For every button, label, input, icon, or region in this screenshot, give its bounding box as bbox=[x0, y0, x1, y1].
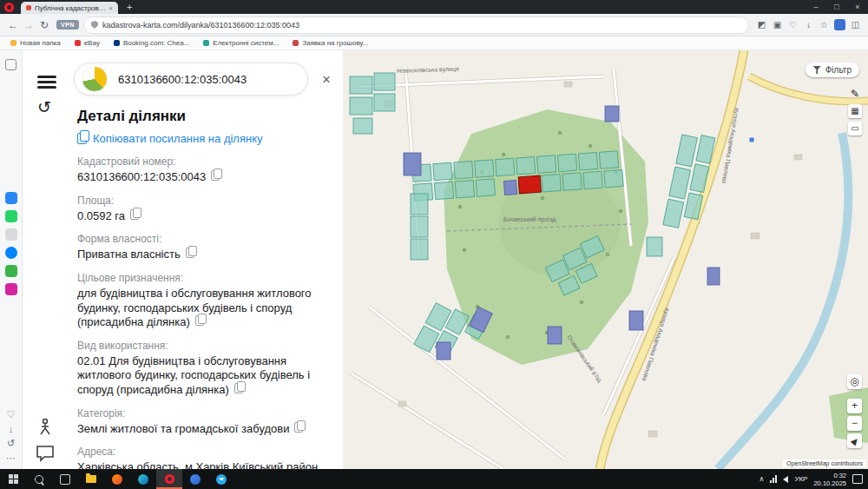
back-button[interactable]: ← bbox=[5, 19, 21, 31]
minimize-button[interactable]: – bbox=[806, 0, 826, 14]
opera-taskbar-button[interactable] bbox=[156, 469, 182, 489]
volume-icon[interactable] bbox=[783, 476, 788, 483]
search-icon bbox=[35, 475, 43, 484]
action-center-icon[interactable] bbox=[852, 474, 863, 484]
date-text: 20.10.2025 bbox=[813, 479, 846, 487]
cadastral-map[interactable]: Новоселівська вулиця Бочанський проїзд в… bbox=[343, 50, 868, 469]
school-marker-icon[interactable] bbox=[749, 137, 754, 142]
esystems-favicon bbox=[203, 40, 209, 46]
bookmark-label: Booking.com: Chea... bbox=[123, 39, 189, 47]
field-label: Вид використання: bbox=[77, 340, 329, 352]
copy-icon[interactable] bbox=[294, 422, 303, 433]
search-input[interactable] bbox=[116, 72, 300, 87]
tab-close-icon[interactable]: × bbox=[108, 4, 113, 12]
booking-favicon bbox=[114, 40, 120, 46]
zoom-in-button[interactable]: + bbox=[847, 399, 862, 413]
copy-icon[interactable] bbox=[130, 209, 139, 220]
chrome-button[interactable] bbox=[182, 469, 208, 489]
facebook-messenger-icon[interactable] bbox=[5, 247, 17, 259]
address-bar: ← → ↻ VPN kadastrova-karta.com/dilyanka/… bbox=[0, 14, 868, 36]
page-title: Деталі ділянки bbox=[77, 108, 329, 125]
network-icon[interactable] bbox=[770, 475, 777, 483]
downloads-icon[interactable]: ↓ bbox=[9, 424, 14, 434]
zoom-out-button[interactable]: − bbox=[847, 416, 862, 431]
compass-arrow-icon: ▶ bbox=[847, 434, 862, 448]
close-panel-icon[interactable]: × bbox=[322, 71, 331, 89]
site-security-icon[interactable] bbox=[91, 21, 98, 29]
bookmark-item[interactable]: Електронні систем... bbox=[203, 39, 279, 47]
field-label: Площа: bbox=[77, 195, 329, 207]
filter-button[interactable]: Фільтр bbox=[806, 63, 859, 77]
history-icon[interactable]: ↺ bbox=[7, 438, 15, 449]
opera-logo-icon[interactable] bbox=[4, 3, 14, 12]
close-window-button[interactable]: × bbox=[847, 0, 868, 14]
keyboard-language[interactable]: УКР bbox=[794, 475, 807, 483]
task-view-button[interactable] bbox=[52, 469, 78, 489]
selected-parcel[interactable] bbox=[518, 175, 541, 194]
cadastral-search[interactable] bbox=[74, 63, 308, 96]
firefox-button[interactable] bbox=[104, 469, 130, 489]
downloads-icon[interactable]: ↓ bbox=[801, 20, 816, 30]
instagram-icon[interactable] bbox=[5, 283, 17, 295]
vpn-badge[interactable]: VPN bbox=[56, 20, 79, 30]
browser-tab[interactable]: Публічна кадастрова ка... × bbox=[21, 2, 118, 14]
maximize-button[interactable]: □ bbox=[826, 0, 847, 14]
bookmark-item[interactable]: Заявка на грошову... bbox=[293, 39, 368, 47]
search-button[interactable] bbox=[26, 469, 52, 489]
map-tools: ✎ ▦ ▭ bbox=[848, 87, 862, 135]
new-tab-button[interactable]: + bbox=[127, 2, 132, 12]
line-messenger-icon[interactable] bbox=[5, 265, 17, 277]
copy-icon[interactable] bbox=[186, 248, 194, 258]
street-label: Бочанський проїзд bbox=[503, 216, 556, 223]
field-value: для будівництва і обслуговування житлово… bbox=[77, 287, 329, 330]
field-value: Землі житлової та громадської забудови bbox=[77, 422, 329, 437]
locate-me-button[interactable]: ◎ bbox=[847, 374, 862, 389]
telegram-button[interactable] bbox=[208, 469, 234, 489]
forward-button[interactable]: → bbox=[21, 19, 36, 31]
field-value-text: Землі житлової та громадської забудови bbox=[77, 422, 289, 435]
favorites-heart-icon[interactable]: ♡ bbox=[786, 20, 800, 30]
url-text: kadastrova-karta.com/dilyanka/6310136600… bbox=[102, 21, 299, 30]
selected-parcel-group[interactable] bbox=[518, 175, 541, 194]
map-canvas[interactable]: Новоселівська вулиця Бочанський проїзд в… bbox=[343, 50, 868, 469]
heart-icon[interactable]: ♡ bbox=[7, 409, 16, 420]
time-text: 0:32 bbox=[813, 472, 846, 479]
file-explorer-button[interactable] bbox=[78, 469, 104, 489]
draw-pencil-button[interactable]: ✎ bbox=[848, 87, 862, 101]
menu-icon[interactable] bbox=[37, 73, 56, 91]
bookmark-item[interactable]: Новая папка bbox=[10, 39, 61, 47]
layers-button[interactable]: ▦ bbox=[848, 104, 862, 118]
whatsapp-icon[interactable] bbox=[5, 210, 17, 222]
sidebar-toggle-icon[interactable]: ◫ bbox=[848, 20, 863, 30]
workspace-icon[interactable] bbox=[5, 59, 16, 70]
telegram-icon[interactable] bbox=[5, 192, 17, 204]
tab-favicon-icon bbox=[26, 5, 31, 10]
measure-ruler-button[interactable]: ▭ bbox=[848, 122, 862, 135]
surveyor-icon[interactable] bbox=[36, 417, 55, 436]
settings-icon[interactable]: ⋯ bbox=[6, 453, 16, 464]
chat-icon[interactable] bbox=[36, 445, 55, 462]
map-attribution[interactable]: OpenStreetMap contributors bbox=[783, 459, 866, 467]
bookmark-item[interactable]: Booking.com: Chea... bbox=[114, 39, 189, 47]
bookmark-item[interactable]: eBay bbox=[75, 39, 100, 47]
field-label: Кадастровий номер: bbox=[77, 155, 329, 168]
x-messenger-icon[interactable] bbox=[5, 228, 17, 241]
copy-icon[interactable] bbox=[234, 383, 243, 393]
hidden-icons-caret[interactable]: ∧ bbox=[760, 475, 765, 483]
edge-button[interactable] bbox=[130, 469, 156, 489]
reload-button[interactable]: ↻ bbox=[36, 19, 52, 31]
search-history-icon[interactable]: ↺ bbox=[37, 97, 51, 117]
start-button[interactable] bbox=[0, 469, 26, 489]
copy-icon[interactable] bbox=[211, 170, 220, 181]
site-logo-icon bbox=[82, 66, 108, 92]
snapshot-icon[interactable]: ◩ bbox=[754, 20, 769, 30]
profile-avatar[interactable] bbox=[834, 19, 845, 30]
clock[interactable]: 0:32 20.10.2025 bbox=[813, 472, 846, 487]
copy-icon[interactable] bbox=[195, 315, 204, 326]
bookmark-star-icon[interactable]: ☆ bbox=[817, 20, 832, 30]
field-value: Харківська область, м.Харків Київський р… bbox=[77, 460, 329, 469]
url-field[interactable]: kadastrova-karta.com/dilyanka/6310136600… bbox=[83, 17, 749, 34]
extensions-icon[interactable]: ▣ bbox=[770, 20, 785, 30]
compass-button[interactable]: ▶ bbox=[847, 433, 862, 448]
copy-parcel-link[interactable]: Копіювати посилання на ділянку bbox=[77, 132, 329, 145]
